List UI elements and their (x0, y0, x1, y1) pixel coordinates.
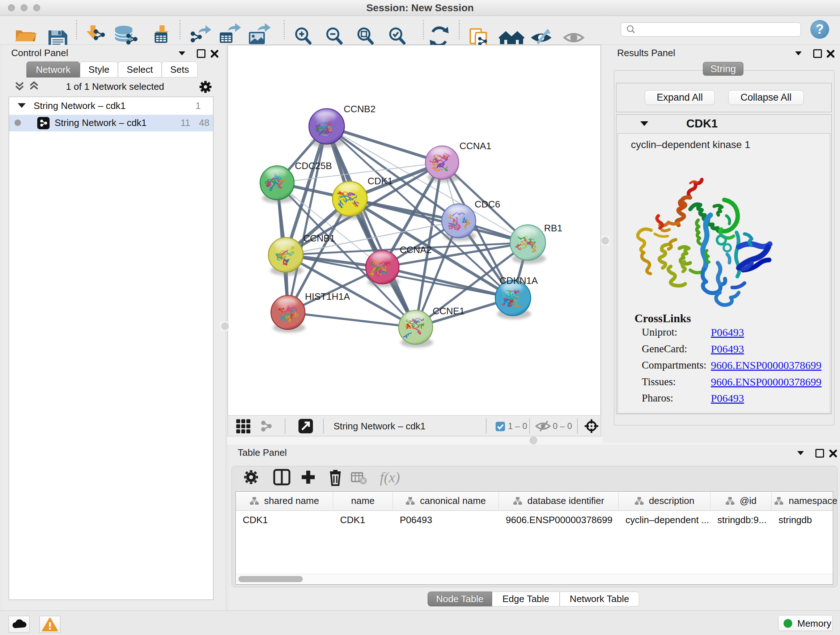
svg-text:CCNA1: CCNA1 (459, 141, 491, 151)
svg-text:0 – 0: 0 – 0 (553, 421, 572, 431)
svg-text:CDC25B: CDC25B (295, 160, 332, 171)
svg-text:CCNA2: CCNA2 (400, 244, 431, 255)
svg-text:CDKN1A: CDKN1A (500, 275, 538, 286)
svg-text:String Network – cdk1: String Network – cdk1 (333, 421, 425, 432)
svg-text:CDK1: CDK1 (368, 176, 393, 187)
svg-text:CCNE1: CCNE1 (433, 306, 464, 317)
svg-text:1 – 0: 1 – 0 (508, 421, 527, 431)
svg-text:CDC6: CDC6 (475, 199, 500, 210)
svg-text:f(x): f(x) (380, 469, 400, 486)
svg-text:HIST1H1A: HIST1H1A (305, 291, 350, 302)
svg-text:CCNB1: CCNB1 (303, 233, 335, 244)
svg-text:CCNB2: CCNB2 (344, 103, 376, 114)
svg-text:RB1: RB1 (544, 223, 562, 233)
